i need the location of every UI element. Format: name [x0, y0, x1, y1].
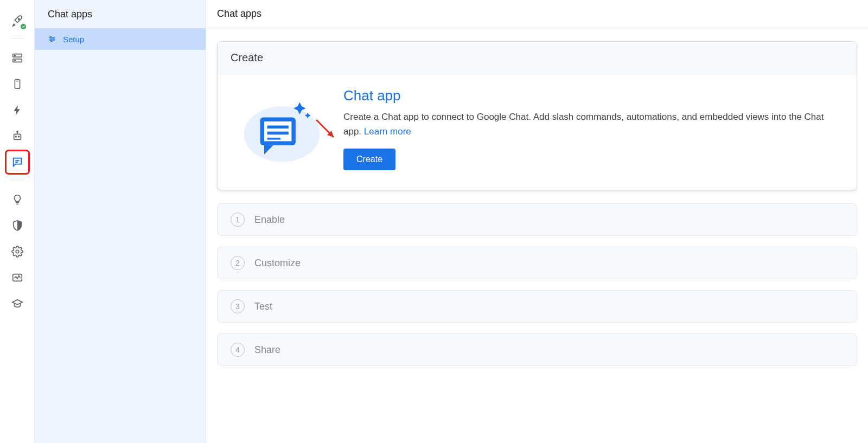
svg-point-5 — [14, 60, 15, 61]
sidebar-item-setup[interactable]: Setup — [35, 28, 206, 50]
step-customize[interactable]: 2 Customize — [217, 247, 857, 279]
svg-point-4 — [14, 55, 15, 56]
page-title: Chat apps — [206, 0, 868, 28]
step-test[interactable]: 3 Test — [217, 290, 857, 323]
rail-lightbulb[interactable] — [7, 189, 28, 210]
activity-icon — [11, 272, 23, 284]
svg-rect-8 — [14, 134, 21, 139]
rail-activity[interactable] — [7, 267, 28, 288]
svg-point-21 — [53, 38, 54, 40]
learn-more-link[interactable]: Learn more — [364, 126, 411, 137]
sidebar-item-label: Setup — [63, 35, 84, 44]
tune-icon — [48, 35, 56, 43]
lightbulb-icon — [11, 194, 23, 206]
device-icon — [11, 78, 23, 90]
svg-point-9 — [15, 136, 16, 137]
step-label-customize: Customize — [254, 258, 301, 269]
step-share[interactable]: 4 Share — [217, 333, 857, 366]
rail-robot[interactable] — [7, 125, 28, 147]
create-card-desc-text: Create a Chat app to connect to Google C… — [343, 112, 824, 137]
app-root: Chat apps Setup Chat apps Create — [0, 0, 868, 443]
rail-shield[interactable] — [7, 215, 28, 236]
svg-rect-29 — [267, 131, 289, 134]
create-button[interactable]: Create — [343, 149, 395, 170]
create-card: Create — [217, 41, 857, 190]
svg-point-20 — [50, 36, 52, 38]
icon-rail — [0, 0, 35, 443]
step-num-4: 4 — [231, 343, 245, 357]
step-num-1: 1 — [231, 213, 245, 227]
rail-divider — [10, 38, 25, 38]
step-label-share: Share — [254, 344, 280, 356]
svg-point-12 — [16, 131, 17, 132]
server-icon — [11, 52, 23, 64]
step-num-2: 2 — [231, 256, 245, 270]
rail-rocket[interactable] — [7, 10, 28, 31]
create-card-title: Chat app — [343, 87, 844, 104]
create-card-body: Chat app Create a Chat app to connect to… — [218, 74, 857, 190]
rail-device[interactable] — [7, 73, 28, 95]
main: Chat apps Create — [206, 0, 868, 443]
bolt-icon — [11, 104, 23, 116]
sidebar: Chat apps Setup — [35, 0, 206, 443]
create-card-text: Chat app Create a Chat app to connect to… — [343, 87, 844, 170]
shield-icon — [11, 220, 23, 232]
step-label-enable: Enable — [254, 214, 285, 226]
create-card-description: Create a Chat app to connect to Google C… — [343, 110, 844, 139]
svg-point-1 — [21, 24, 26, 29]
svg-point-10 — [18, 136, 19, 137]
svg-point-22 — [50, 40, 52, 42]
chat-app-illustration — [231, 87, 328, 170]
step-num-3: 3 — [231, 299, 245, 313]
rail-server[interactable] — [7, 47, 28, 69]
rail-chat[interactable] — [7, 151, 28, 173]
sidebar-title: Chat apps — [35, 0, 206, 28]
robot-icon — [11, 130, 23, 142]
rail-bolt[interactable] — [7, 99, 28, 121]
content: Create — [206, 28, 868, 399]
sidebar-nav: Setup — [35, 28, 206, 50]
rail-graduation[interactable] — [7, 293, 28, 314]
svg-rect-28 — [267, 125, 289, 129]
svg-point-0 — [18, 18, 19, 20]
rail-settings[interactable] — [7, 241, 28, 262]
chat-icon — [11, 156, 23, 168]
svg-rect-30 — [267, 138, 280, 140]
step-enable[interactable]: 1 Enable — [217, 203, 857, 236]
rail-divider-2 — [10, 179, 25, 180]
create-card-header: Create — [218, 42, 857, 74]
step-label-test: Test — [254, 301, 272, 312]
svg-point-15 — [16, 250, 19, 253]
graduation-icon — [11, 298, 23, 310]
settings-icon — [11, 246, 23, 258]
